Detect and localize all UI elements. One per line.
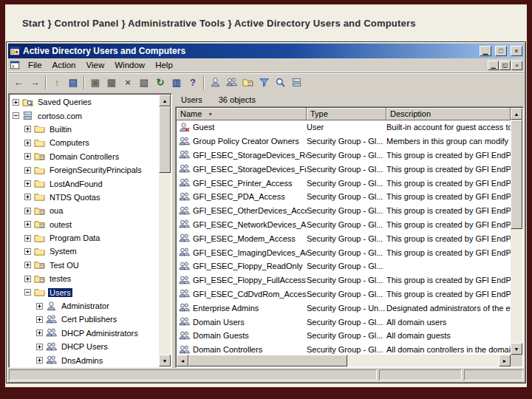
delete-icon[interactable]: × [120, 75, 136, 90]
mdi-minimize-button[interactable]: ▁ [488, 61, 499, 70]
tree-item-cortoso-com[interactable]: cortoso.com [10, 109, 159, 122]
list-row-domain-guests[interactable]: Domain GuestsSecurity Group - Gl...All d… [177, 329, 511, 343]
list-row-gfi-esec-floppy-readonly[interactable]: GFI_ESEC_Floppy_ReadOnlySecurity Group -… [177, 259, 511, 273]
tree-item-users[interactable]: Users [10, 285, 159, 299]
expand-icon[interactable] [24, 140, 31, 146]
hscrollbar-thumb[interactable] [188, 355, 347, 366]
maximize-button[interactable]: □ [495, 46, 507, 56]
scroll-left-icon[interactable]: ◄ [177, 355, 188, 366]
filter-icon[interactable] [256, 75, 272, 90]
mdi-close-button[interactable]: × [511, 61, 522, 70]
expand-icon[interactable] [24, 167, 31, 174]
close-button[interactable]: × [511, 46, 522, 56]
list-row-gfi-esec-floppy-fullaccess[interactable]: GFI_ESEC_Floppy_FullAccessSecurity Group… [177, 273, 511, 287]
menu-view[interactable]: View [81, 60, 110, 70]
expand-icon[interactable] [36, 303, 43, 310]
expand-icon[interactable] [36, 357, 43, 364]
create-group-icon[interactable] [223, 75, 239, 90]
expand-icon[interactable] [36, 316, 43, 323]
tree-item-dnsadmins[interactable]: DnsAdmins [10, 353, 159, 366]
domain-tasks-icon[interactable] [288, 75, 304, 90]
expand-icon[interactable] [24, 276, 31, 282]
scroll-down-icon[interactable]: ▼ [511, 343, 522, 355]
back-icon[interactable]: ← [10, 75, 27, 90]
window-titlebar[interactable]: Active Directory Users and Computers ▁ □… [8, 44, 524, 58]
forward-icon[interactable]: → [27, 75, 43, 90]
paste-icon[interactable]: ▦ [103, 75, 120, 90]
list-row-enterprise-admins[interactable]: Enterprise AdminsSecurity Group - Un...D… [177, 301, 511, 315]
tree-item-dhcp-administrators[interactable]: DHCP Administrators [10, 327, 159, 340]
help-icon[interactable]: ? [185, 75, 201, 90]
expand-icon[interactable] [24, 126, 31, 132]
mdi-restore-button[interactable]: ◱ [499, 61, 511, 70]
expand-icon[interactable] [36, 330, 43, 336]
collapse-icon[interactable] [24, 289, 31, 296]
list-row-domain-users[interactable]: Domain UsersSecurity Group - Gl...All do… [177, 315, 511, 329]
list-row-gfi-esec-otherdevices-access[interactable]: GFI_ESEC_OtherDevices_AccessSecurity Gro… [177, 204, 511, 218]
copy-icon[interactable]: ▣ [87, 75, 103, 90]
list-vertical-scrollbar[interactable]: ▲ ▼ [511, 108, 522, 355]
menu-window[interactable]: Window [109, 60, 150, 70]
tree-item-ntds-quotas[interactable]: NTDS Quotas [10, 191, 159, 204]
tree-item-testes[interactable]: testes [10, 272, 159, 285]
create-ou-icon[interactable] [239, 75, 256, 90]
export-list-icon[interactable]: ▥ [168, 75, 185, 90]
list-row-gfi-esec-cddvdrom-access[interactable]: GFI_ESEC_CdDvdRom_AccessSecurity Group -… [177, 287, 511, 301]
expand-icon[interactable] [24, 235, 31, 242]
expand-icon[interactable] [24, 153, 31, 160]
list-row-gfi-esec-storagedevices-full[interactable]: GFI_ESEC_StorageDevices_Full...Security … [177, 162, 511, 176]
column-header-name[interactable]: Name▼ [177, 108, 307, 120]
tree-item-builtin[interactable]: Builtin [10, 123, 159, 136]
list-row-domain-controllers[interactable]: Domain ControllersSecurity Group - Gl...… [177, 343, 511, 355]
tree-item-oua[interactable]: oua [10, 204, 159, 217]
tree-item-program-data[interactable]: Program Data [10, 231, 159, 245]
tree-item-outest[interactable]: outest [10, 218, 159, 231]
menu-action[interactable]: Action [47, 60, 81, 70]
expand-icon[interactable] [36, 344, 43, 350]
list-row-guest[interactable]: GuestUserBuilt-in account for guest acce… [177, 120, 511, 134]
expand-icon[interactable] [24, 180, 31, 187]
list-row-gfi-esec-pda-access[interactable]: GFI_ESEC_PDA_AccessSecurity Group - Gl..… [177, 190, 511, 204]
show-console-tree-icon[interactable]: ▤ [65, 75, 81, 90]
tree-scrollbar-thumb[interactable] [159, 106, 171, 173]
expand-icon[interactable] [13, 99, 19, 106]
tree-item-cert-publishers[interactable]: Cert Publishers [10, 313, 159, 326]
scroll-down-icon[interactable]: ▼ [159, 355, 171, 366]
menu-help[interactable]: Help [150, 60, 178, 70]
list-row-gfi-esec-printer-access[interactable]: GFI_ESEC_Printer_AccessSecurity Group - … [177, 176, 511, 190]
list-horizontal-scrollbar[interactable]: ◄ ► [177, 355, 511, 366]
scroll-up-icon[interactable]: ▲ [511, 108, 522, 120]
tree-vertical-scrollbar[interactable]: ▲ ▼ [159, 95, 171, 366]
column-header-description[interactable]: Description [386, 108, 511, 120]
tree-item-domain-controllers[interactable]: Domain Controllers [10, 150, 159, 163]
menu-file[interactable]: File [23, 60, 47, 70]
expand-icon[interactable] [24, 248, 31, 255]
list-row-gfi-esec-imagingdevices-ac[interactable]: GFI_ESEC_ImagingDevices_Ac...Security Gr… [177, 245, 511, 259]
tree-item-computers[interactable]: Computers [10, 136, 159, 149]
properties-icon[interactable]: ▧ [136, 75, 152, 90]
minimize-button[interactable]: ▁ [480, 46, 491, 56]
tree-item-system[interactable]: System [10, 245, 159, 258]
expand-icon[interactable] [24, 194, 31, 200]
expand-icon[interactable] [24, 262, 31, 268]
expand-icon[interactable] [24, 221, 31, 228]
list-row-gfi-esec-modem-access[interactable]: GFI_ESEC_Modem_AccessSecurity Group - Gl… [177, 231, 511, 245]
tree-item-administrator[interactable]: Administrator [10, 299, 159, 313]
tree-item-dhcp-users[interactable]: DHCP Users [10, 340, 159, 353]
list-row-group-policy-creator-owners[interactable]: Group Policy Creator OwnersSecurity Grou… [177, 134, 511, 149]
collapse-icon[interactable] [13, 112, 19, 119]
column-header-type[interactable]: Type [307, 108, 386, 120]
up-one-level-icon[interactable]: ↑ [49, 75, 65, 90]
find-icon[interactable] [272, 75, 288, 90]
scroll-up-icon[interactable]: ▲ [159, 95, 171, 106]
list-row-gfi-esec-networkdevices-ac[interactable]: GFI_ESEC_NetworkDevices_Ac...Security Gr… [177, 218, 511, 232]
tree-item-foreignsecurityprincipals[interactable]: ForeignSecurityPrincipals [10, 163, 159, 177]
scroll-right-icon[interactable]: ► [499, 355, 511, 366]
list-scrollbar-thumb[interactable] [511, 120, 522, 229]
tree-item-test-ou[interactable]: Test OU [10, 259, 159, 272]
create-user-icon[interactable] [207, 75, 223, 90]
expand-icon[interactable] [24, 208, 31, 214]
list-row-gfi-esec-storagedevices-re[interactable]: GFI_ESEC_StorageDevices_Re...Security Gr… [177, 149, 511, 163]
tree-item-saved-queries[interactable]: Saved Queries [10, 95, 159, 109]
tree-item-lostandfound[interactable]: LostAndFound [10, 177, 159, 190]
